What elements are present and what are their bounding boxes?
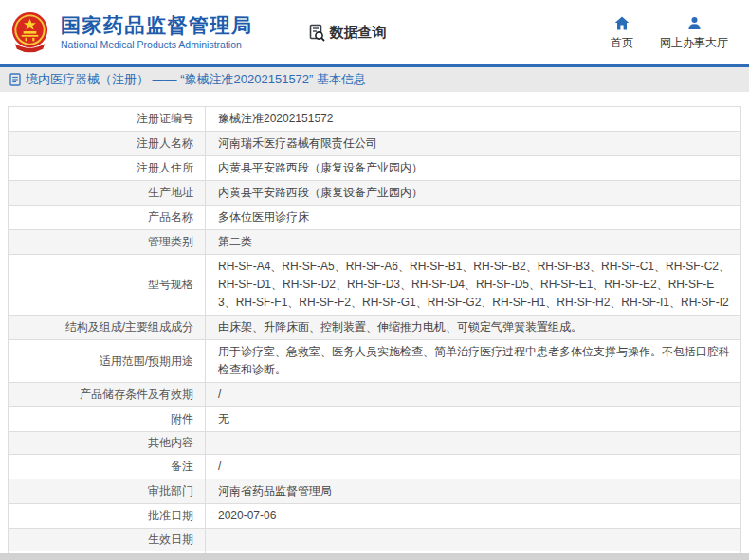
registration-info-table: 注册证编号 豫械注准20202151572 注册人名称 河南瑞禾医疗器械有限责任… [8, 106, 741, 560]
table-row: 结构及组成/主要组成成分 由床架、升降床面、控制装置、伸缩推力电机、可锁定气弹簧… [9, 316, 740, 340]
table-row: 管理类别 第二类 [9, 230, 740, 255]
table-row: 生产地址 内黄县平安路西段（康复设备产业园内） [9, 181, 740, 206]
row-label: 生效日期 [9, 529, 205, 551]
brand-block: 国家药品监督管理局 National Medical Products Admi… [61, 14, 253, 50]
site-subtitle: National Medical Products Administration [61, 39, 253, 50]
row-value [205, 529, 740, 551]
row-label: 生产地址 [9, 181, 205, 205]
data-query-nav[interactable]: 数据查询 [308, 24, 387, 42]
table-row: 备注 / [9, 455, 740, 479]
national-emblem-icon [8, 10, 52, 55]
spacer [0, 92, 749, 106]
row-value: 2020-07-06 [205, 504, 740, 528]
site-title: 国家药品监督管理局 [61, 14, 253, 37]
footer-strip [0, 553, 749, 560]
row-value: 由床架、升降床面、控制装置、伸缩推力电机、可锁定气弹簧装置组成。 [205, 316, 740, 339]
table-row: 产品储存条件及有效期 / [9, 383, 740, 407]
user-icon [687, 14, 702, 30]
row-value: 多体位医用诊疗床 [205, 206, 740, 229]
row-value [205, 432, 740, 454]
table-row: 批准日期 2020-07-06 [9, 504, 740, 529]
row-value: 内黄县平安路西段（康复设备产业园内） [205, 181, 740, 205]
national-emblem-logo[interactable] [8, 10, 52, 55]
row-value: 河南省药品监督管理局 [205, 479, 740, 503]
row-label: 管理类别 [9, 230, 205, 254]
row-value: / [205, 383, 740, 406]
table-row-model-spec: 型号规格 RH-SF-A4、RH-SF-A5、RH-SF-A6、RH-SF-B1… [9, 255, 740, 316]
row-label: 产品名称 [9, 206, 205, 229]
home-icon [614, 14, 630, 30]
row-label: 适用范围/预期用途 [9, 340, 205, 382]
table-row: 适用范围/预期用途 用于诊疗室、急救室、医务人员实施检查、简单治疗医疗过程中患者… [9, 340, 740, 383]
row-value: / [205, 455, 740, 479]
table-row: 审批部门 河南省药品监督管理局 [9, 479, 740, 504]
row-label: 备注 [9, 455, 205, 479]
data-query-icon [308, 24, 326, 42]
row-label: 其他内容 [9, 432, 205, 454]
row-label: 审批部门 [9, 479, 205, 503]
table-row: 注册人名称 河南瑞禾医疗器械有限责任公司 [9, 132, 740, 156]
breadcrumb-text: 境内医疗器械（注册） —— “豫械注准20202151572” 基本信息 [26, 71, 366, 88]
table-row: 产品名称 多体位医用诊疗床 [9, 206, 740, 230]
row-label: 型号规格 [9, 255, 205, 315]
row-label: 结构及组成/主要组成成分 [9, 316, 205, 339]
row-label: 注册人住所 [9, 156, 205, 180]
row-label: 批准日期 [9, 504, 205, 528]
row-value: 内黄县平安路西段（康复设备产业园内） [205, 156, 740, 180]
row-label: 产品储存条件及有效期 [9, 383, 205, 406]
table-row: 附件 无 [9, 407, 740, 432]
row-value: 用于诊疗室、急救室、医务人员实施检查、简单治疗医疗过程中患者多体位支撑与操作。不… [205, 340, 740, 382]
row-label: 注册证编号 [9, 107, 205, 131]
table-row: 生效日期 [9, 529, 740, 551]
nav-online-hall[interactable]: 网上办事大厅 [660, 14, 728, 51]
table-row: 注册人住所 内黄县平安路西段（康复设备产业园内） [9, 156, 740, 181]
row-value: 豫械注准20202151572 [205, 107, 740, 131]
row-label: 附件 [9, 407, 205, 431]
row-label: 注册人名称 [9, 132, 205, 155]
data-query-label: 数据查询 [330, 24, 387, 42]
table-row: 其他内容 [9, 432, 740, 455]
row-value: RH-SF-A4、RH-SF-A5、RH-SF-A6、RH-SF-B1、RH-S… [205, 255, 740, 315]
row-value: 第二类 [205, 230, 740, 254]
nav-online-hall-label: 网上办事大厅 [660, 35, 728, 51]
header-nav-right: 首页 网上办事大厅 [611, 14, 734, 51]
row-value: 无 [205, 407, 740, 431]
document-icon [9, 73, 21, 86]
row-value: 河南瑞禾医疗器械有限责任公司 [205, 132, 740, 155]
site-header: 国家药品监督管理局 National Medical Products Admi… [0, 0, 749, 64]
nav-home-label: 首页 [611, 35, 633, 51]
nav-home[interactable]: 首页 [611, 14, 633, 51]
breadcrumb: 境内医疗器械（注册） —— “豫械注准20202151572” 基本信息 [0, 67, 749, 92]
table-row: 注册证编号 豫械注准20202151572 [9, 107, 740, 132]
